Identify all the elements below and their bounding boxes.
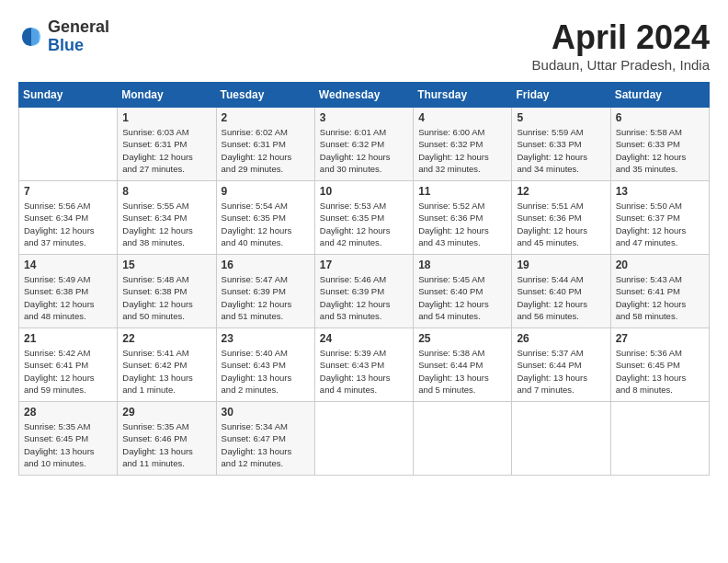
cell-info: Sunrise: 5:51 AM Sunset: 6:36 PM Dayligh… bbox=[517, 200, 605, 248]
calendar-cell bbox=[512, 402, 610, 476]
day-number: 3 bbox=[320, 111, 408, 124]
calendar-cell: 30Sunrise: 5:34 AM Sunset: 6:47 PM Dayli… bbox=[216, 402, 314, 476]
cell-info: Sunrise: 5:50 AM Sunset: 6:37 PM Dayligh… bbox=[616, 200, 704, 248]
calendar-cell: 23Sunrise: 5:40 AM Sunset: 6:43 PM Dayli… bbox=[216, 328, 314, 402]
calendar-cell: 1Sunrise: 6:03 AM Sunset: 6:31 PM Daylig… bbox=[118, 108, 216, 181]
calendar-cell: 11Sunrise: 5:52 AM Sunset: 6:36 PM Dayli… bbox=[414, 181, 512, 255]
day-number: 18 bbox=[418, 259, 506, 271]
week-row-1: 7Sunrise: 5:56 AM Sunset: 6:34 PM Daylig… bbox=[19, 181, 710, 255]
day-number: 30 bbox=[222, 406, 310, 419]
calendar-cell: 5Sunrise: 5:59 AM Sunset: 6:33 PM Daylig… bbox=[512, 108, 610, 181]
cell-info: Sunrise: 6:03 AM Sunset: 6:31 PM Dayligh… bbox=[122, 126, 210, 175]
calendar-cell: 14Sunrise: 5:49 AM Sunset: 6:38 PM Dayli… bbox=[19, 255, 118, 328]
calendar-cell: 3Sunrise: 6:01 AM Sunset: 6:32 PM Daylig… bbox=[314, 108, 413, 181]
calendar-cell: 2Sunrise: 6:02 AM Sunset: 6:31 PM Daylig… bbox=[216, 108, 314, 181]
week-row-4: 28Sunrise: 5:35 AM Sunset: 6:45 PM Dayli… bbox=[19, 402, 710, 476]
day-number: 25 bbox=[418, 332, 506, 345]
col-header-monday: Monday bbox=[118, 83, 216, 108]
calendar-cell: 22Sunrise: 5:41 AM Sunset: 6:42 PM Dayli… bbox=[118, 328, 216, 402]
col-header-tuesday: Tuesday bbox=[216, 83, 314, 108]
header-row: SundayMondayTuesdayWednesdayThursdayFrid… bbox=[19, 83, 710, 108]
cell-info: Sunrise: 5:35 AM Sunset: 6:46 PM Dayligh… bbox=[122, 420, 210, 469]
logo-text: General Blue bbox=[48, 18, 109, 55]
cell-info: Sunrise: 5:47 AM Sunset: 6:39 PM Dayligh… bbox=[222, 273, 310, 322]
day-number: 10 bbox=[320, 185, 408, 198]
cell-info: Sunrise: 5:34 AM Sunset: 6:47 PM Dayligh… bbox=[222, 420, 310, 469]
calendar-cell: 13Sunrise: 5:50 AM Sunset: 6:37 PM Dayli… bbox=[610, 181, 709, 255]
cell-info: Sunrise: 5:48 AM Sunset: 6:38 PM Dayligh… bbox=[122, 273, 210, 322]
cell-info: Sunrise: 5:44 AM Sunset: 6:40 PM Dayligh… bbox=[517, 273, 605, 322]
calendar-cell: 7Sunrise: 5:56 AM Sunset: 6:34 PM Daylig… bbox=[19, 181, 118, 255]
calendar-cell: 9Sunrise: 5:54 AM Sunset: 6:35 PM Daylig… bbox=[216, 181, 314, 255]
cell-info: Sunrise: 6:02 AM Sunset: 6:31 PM Dayligh… bbox=[222, 126, 310, 175]
calendar-cell: 25Sunrise: 5:38 AM Sunset: 6:44 PM Dayli… bbox=[414, 328, 512, 402]
month-title: April 2024 bbox=[532, 18, 710, 57]
cell-info: Sunrise: 5:36 AM Sunset: 6:45 PM Dayligh… bbox=[616, 347, 704, 396]
logo-icon bbox=[18, 24, 44, 50]
cell-info: Sunrise: 5:55 AM Sunset: 6:34 PM Dayligh… bbox=[122, 200, 210, 248]
day-number: 13 bbox=[616, 185, 704, 198]
calendar-cell: 8Sunrise: 5:55 AM Sunset: 6:34 PM Daylig… bbox=[118, 181, 216, 255]
day-number: 1 bbox=[122, 111, 210, 124]
cell-info: Sunrise: 5:35 AM Sunset: 6:45 PM Dayligh… bbox=[24, 420, 112, 469]
cell-info: Sunrise: 5:46 AM Sunset: 6:39 PM Dayligh… bbox=[320, 273, 408, 322]
col-header-friday: Friday bbox=[512, 83, 610, 108]
cell-info: Sunrise: 5:56 AM Sunset: 6:34 PM Dayligh… bbox=[24, 200, 112, 248]
day-number: 17 bbox=[320, 259, 408, 271]
day-number: 5 bbox=[517, 111, 605, 124]
calendar-cell: 19Sunrise: 5:44 AM Sunset: 6:40 PM Dayli… bbox=[512, 255, 610, 328]
day-number: 9 bbox=[222, 185, 310, 198]
week-row-0: 1Sunrise: 6:03 AM Sunset: 6:31 PM Daylig… bbox=[19, 108, 710, 181]
calendar-cell: 29Sunrise: 5:35 AM Sunset: 6:46 PM Dayli… bbox=[118, 402, 216, 476]
col-header-sunday: Sunday bbox=[19, 83, 118, 108]
cell-info: Sunrise: 5:54 AM Sunset: 6:35 PM Dayligh… bbox=[222, 200, 310, 248]
day-number: 27 bbox=[616, 332, 704, 345]
day-number: 23 bbox=[222, 332, 310, 345]
page-header: General Blue April 2024 Budaun, Uttar Pr… bbox=[18, 18, 710, 73]
day-number: 15 bbox=[122, 259, 210, 271]
cell-info: Sunrise: 5:43 AM Sunset: 6:41 PM Dayligh… bbox=[616, 273, 704, 322]
day-number: 12 bbox=[517, 185, 605, 198]
calendar-cell: 24Sunrise: 5:39 AM Sunset: 6:43 PM Dayli… bbox=[314, 328, 413, 402]
cell-info: Sunrise: 6:01 AM Sunset: 6:32 PM Dayligh… bbox=[320, 126, 408, 175]
calendar-cell: 18Sunrise: 5:45 AM Sunset: 6:40 PM Dayli… bbox=[414, 255, 512, 328]
cell-info: Sunrise: 5:38 AM Sunset: 6:44 PM Dayligh… bbox=[418, 347, 506, 396]
cell-info: Sunrise: 5:42 AM Sunset: 6:41 PM Dayligh… bbox=[24, 347, 112, 396]
day-number: 22 bbox=[122, 332, 210, 345]
day-number: 24 bbox=[320, 332, 408, 345]
cell-info: Sunrise: 5:45 AM Sunset: 6:40 PM Dayligh… bbox=[418, 273, 506, 322]
day-number: 29 bbox=[122, 406, 210, 419]
calendar-cell: 28Sunrise: 5:35 AM Sunset: 6:45 PM Dayli… bbox=[19, 402, 118, 476]
calendar-cell: 4Sunrise: 6:00 AM Sunset: 6:32 PM Daylig… bbox=[414, 108, 512, 181]
calendar-cell: 15Sunrise: 5:48 AM Sunset: 6:38 PM Dayli… bbox=[118, 255, 216, 328]
cell-info: Sunrise: 5:39 AM Sunset: 6:43 PM Dayligh… bbox=[320, 347, 408, 396]
day-number: 21 bbox=[24, 332, 112, 345]
cell-info: Sunrise: 5:59 AM Sunset: 6:33 PM Dayligh… bbox=[517, 126, 605, 175]
day-number: 26 bbox=[517, 332, 605, 345]
day-number: 19 bbox=[517, 259, 605, 271]
day-number: 14 bbox=[24, 259, 112, 271]
calendar-cell: 20Sunrise: 5:43 AM Sunset: 6:41 PM Dayli… bbox=[610, 255, 709, 328]
calendar-cell: 10Sunrise: 5:53 AM Sunset: 6:35 PM Dayli… bbox=[314, 181, 413, 255]
calendar-cell bbox=[610, 402, 709, 476]
calendar-table: SundayMondayTuesdayWednesdayThursdayFrid… bbox=[18, 82, 710, 476]
col-header-thursday: Thursday bbox=[414, 83, 512, 108]
cell-info: Sunrise: 5:41 AM Sunset: 6:42 PM Dayligh… bbox=[122, 347, 210, 396]
cell-info: Sunrise: 5:58 AM Sunset: 6:33 PM Dayligh… bbox=[616, 126, 704, 175]
col-header-wednesday: Wednesday bbox=[314, 83, 413, 108]
day-number: 8 bbox=[122, 185, 210, 198]
logo: General Blue bbox=[18, 18, 109, 55]
location: Budaun, Uttar Pradesh, India bbox=[532, 57, 710, 73]
day-number: 7 bbox=[24, 185, 112, 198]
calendar-cell bbox=[414, 402, 512, 476]
day-number: 2 bbox=[222, 111, 310, 124]
calendar-cell: 26Sunrise: 5:37 AM Sunset: 6:44 PM Dayli… bbox=[512, 328, 610, 402]
week-row-3: 21Sunrise: 5:42 AM Sunset: 6:41 PM Dayli… bbox=[19, 328, 710, 402]
title-block: April 2024 Budaun, Uttar Pradesh, India bbox=[532, 18, 710, 73]
cell-info: Sunrise: 6:00 AM Sunset: 6:32 PM Dayligh… bbox=[418, 126, 506, 175]
calendar-cell bbox=[19, 108, 118, 181]
day-number: 20 bbox=[616, 259, 704, 271]
calendar-cell: 16Sunrise: 5:47 AM Sunset: 6:39 PM Dayli… bbox=[216, 255, 314, 328]
calendar-cell: 6Sunrise: 5:58 AM Sunset: 6:33 PM Daylig… bbox=[610, 108, 709, 181]
day-number: 16 bbox=[222, 259, 310, 271]
